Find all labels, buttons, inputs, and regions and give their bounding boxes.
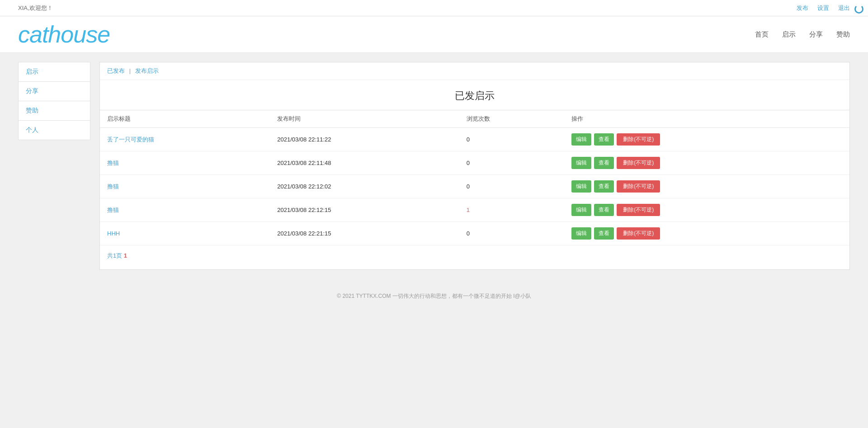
top-bar-links: 发布 设置 退出 bbox=[797, 4, 850, 12]
td-time: 2021/03/08 22:12:02 bbox=[270, 175, 459, 198]
sidebar-item-support[interactable]: 赞助 bbox=[18, 101, 90, 121]
delete-button[interactable]: 删除(不可逆) bbox=[617, 180, 660, 193]
delete-button[interactable]: 删除(不可逆) bbox=[617, 204, 660, 216]
table-row: 撸猫2021/03/08 22:12:020编辑查看删除(不可逆) bbox=[100, 175, 849, 198]
breadcrumb: 已发布 | 发布启示 bbox=[100, 62, 849, 80]
title-link[interactable]: 撸猫 bbox=[107, 183, 119, 190]
view-button[interactable]: 查看 bbox=[594, 227, 614, 240]
td-views: 0 bbox=[459, 151, 564, 175]
td-time: 2021/03/08 22:11:48 bbox=[270, 151, 459, 175]
title-link[interactable]: HHH bbox=[107, 230, 120, 237]
table-row: 撸猫2021/03/08 22:12:151编辑查看删除(不可逆) bbox=[100, 198, 849, 222]
logo[interactable]: cathouse bbox=[18, 21, 110, 48]
edit-button[interactable]: 编辑 bbox=[571, 180, 591, 193]
delete-button[interactable]: 删除(不可逆) bbox=[617, 227, 660, 240]
page-title: 已发启示 bbox=[100, 80, 849, 110]
td-actions: 编辑查看删除(不可逆) bbox=[564, 198, 849, 222]
footer-text: © 2021 TYTTKX.COM 一切伟大的行动和思想，都有一个微不足道的开始… bbox=[337, 293, 531, 299]
page-body: 启示 分享 赞助 个人 已发布 | 发布启示 已发启示 启示标题 发布时间 浏览… bbox=[0, 53, 868, 279]
td-actions: 编辑查看删除(不可逆) bbox=[564, 151, 849, 175]
pagination-text: 共1页 1 bbox=[107, 252, 127, 259]
td-title: 撸猫 bbox=[100, 175, 270, 198]
breadcrumb-published[interactable]: 已发布 bbox=[107, 67, 125, 74]
view-button[interactable]: 查看 bbox=[594, 133, 614, 146]
loading-spinner bbox=[854, 5, 863, 14]
title-link[interactable]: 撸猫 bbox=[107, 207, 119, 213]
view-button[interactable]: 查看 bbox=[594, 204, 614, 216]
edit-button[interactable]: 编辑 bbox=[571, 133, 591, 146]
title-link[interactable]: 丢了一只可爱的猫 bbox=[107, 136, 154, 143]
sidebar-item-personal[interactable]: 个人 bbox=[18, 120, 90, 140]
main-content: 已发布 | 发布启示 已发启示 启示标题 发布时间 浏览次数 操作 丢了一只可爱… bbox=[99, 62, 850, 270]
col-views: 浏览次数 bbox=[459, 110, 564, 128]
col-actions: 操作 bbox=[564, 110, 849, 128]
sidebar-item-inspire[interactable]: 启示 bbox=[18, 62, 90, 82]
header: cathouse 首页 启示 分享 赞助 bbox=[0, 16, 868, 53]
col-title: 启示标题 bbox=[100, 110, 270, 128]
table-row: 撸猫2021/03/08 22:11:480编辑查看删除(不可逆) bbox=[100, 151, 849, 175]
td-time: 2021/03/08 22:11:22 bbox=[270, 128, 459, 151]
td-time: 2021/03/08 22:21:15 bbox=[270, 222, 459, 245]
nav-share[interactable]: 分享 bbox=[809, 30, 823, 39]
breadcrumb-create[interactable]: 发布启示 bbox=[135, 67, 159, 74]
pagination: 共1页 1 bbox=[100, 245, 849, 266]
top-bar: XIA,欢迎您！ 发布 设置 退出 bbox=[0, 0, 868, 16]
sidebar-item-share[interactable]: 分享 bbox=[18, 81, 90, 101]
td-views: 0 bbox=[459, 128, 564, 151]
td-title: 撸猫 bbox=[100, 198, 270, 222]
welcome-text: XIA,欢迎您！ bbox=[18, 4, 53, 12]
nav-home[interactable]: 首页 bbox=[755, 30, 769, 39]
main-nav: 首页 启示 分享 赞助 bbox=[755, 30, 850, 39]
sidebar: 启示 分享 赞助 个人 bbox=[18, 62, 90, 270]
nav-inspire[interactable]: 启示 bbox=[782, 30, 796, 39]
table-row: 丢了一只可爱的猫2021/03/08 22:11:220编辑查看删除(不可逆) bbox=[100, 128, 849, 151]
td-views: 0 bbox=[459, 222, 564, 245]
view-button[interactable]: 查看 bbox=[594, 180, 614, 193]
data-table: 启示标题 发布时间 浏览次数 操作 丢了一只可爱的猫2021/03/08 22:… bbox=[100, 110, 849, 245]
delete-button[interactable]: 删除(不可逆) bbox=[617, 133, 660, 146]
td-title: 撸猫 bbox=[100, 151, 270, 175]
td-actions: 编辑查看删除(不可逆) bbox=[564, 175, 849, 198]
col-time: 发布时间 bbox=[270, 110, 459, 128]
edit-button[interactable]: 编辑 bbox=[571, 227, 591, 240]
delete-button[interactable]: 删除(不可逆) bbox=[617, 157, 660, 169]
td-actions: 编辑查看删除(不可逆) bbox=[564, 128, 849, 151]
td-actions: 编辑查看删除(不可逆) bbox=[564, 222, 849, 245]
view-button[interactable]: 查看 bbox=[594, 157, 614, 169]
breadcrumb-separator: | bbox=[129, 67, 131, 74]
td-title: 丢了一只可爱的猫 bbox=[100, 128, 270, 151]
td-views: 1 bbox=[459, 198, 564, 222]
footer: © 2021 TYTTKX.COM 一切伟大的行动和思想，都有一个微不足道的开始… bbox=[0, 279, 868, 309]
td-views: 0 bbox=[459, 175, 564, 198]
edit-button[interactable]: 编辑 bbox=[571, 157, 591, 169]
td-title: HHH bbox=[100, 222, 270, 245]
title-link[interactable]: 撸猫 bbox=[107, 160, 119, 166]
table-row: HHH2021/03/08 22:21:150编辑查看删除(不可逆) bbox=[100, 222, 849, 245]
logout-link[interactable]: 退出 bbox=[838, 4, 850, 12]
nav-support[interactable]: 赞助 bbox=[836, 30, 850, 39]
settings-link[interactable]: 设置 bbox=[817, 4, 829, 12]
publish-link[interactable]: 发布 bbox=[797, 4, 808, 12]
edit-button[interactable]: 编辑 bbox=[571, 204, 591, 216]
td-time: 2021/03/08 22:12:15 bbox=[270, 198, 459, 222]
